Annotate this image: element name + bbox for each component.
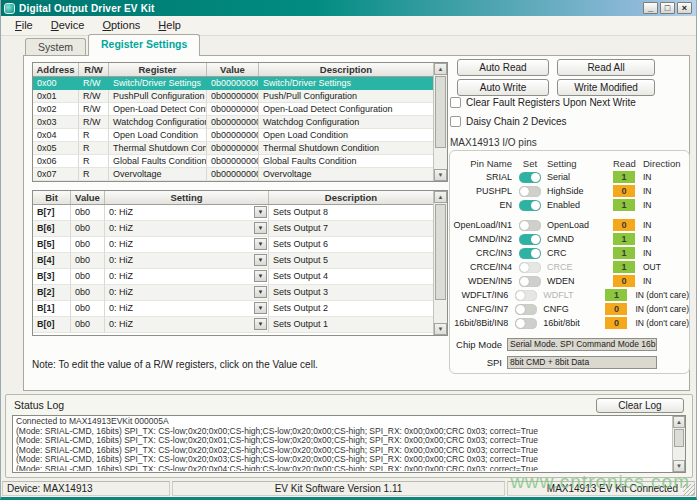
bit-setting-combobox[interactable]: 0: HiZ	[105, 301, 269, 317]
register-row[interactable]: 0x00R/WSwitch/Driver Settings0b00000000S…	[33, 77, 433, 90]
bit-setting-combobox[interactable]: 0: HiZ	[105, 205, 269, 221]
menu-file[interactable]: File	[7, 18, 43, 33]
register-cell-address[interactable]: 0x03	[33, 116, 79, 129]
auto-read-button[interactable]: Auto Read	[457, 59, 549, 76]
register-cell-register[interactable]: Open Load Condition	[109, 129, 207, 142]
pin-toggle-switch[interactable]	[515, 304, 537, 315]
register-cell-register[interactable]: PushPull Configuration	[109, 90, 207, 103]
register-cell-register[interactable]: Watchdog Configuration	[109, 116, 207, 129]
register-cell-value[interactable]: 0b00000000	[207, 116, 259, 129]
bit-setting-combobox[interactable]: 0: HiZ	[105, 237, 269, 253]
scroll-thumb[interactable]	[435, 76, 446, 148]
scroll-down-icon[interactable]	[434, 323, 447, 335]
register-cell-description[interactable]: Push/Pull Configuration	[259, 90, 433, 103]
register-row[interactable]: 0x06RGlobal Faults Condition0b00000000Gl…	[33, 155, 433, 168]
clear-fault-checkbox[interactable]	[450, 97, 461, 108]
register-cell-rw[interactable]: R	[79, 142, 109, 155]
register-cell-register[interactable]: Switch/Driver Settings	[109, 77, 207, 90]
bit-setting-combobox[interactable]: 0: HiZ	[105, 285, 269, 301]
register-cell-description[interactable]: Watchdog Configuration	[259, 116, 433, 129]
register-cell-address[interactable]: 0x02	[33, 103, 79, 116]
bit-setting-combobox[interactable]: 0: HiZ	[105, 253, 269, 269]
auto-write-button[interactable]: Auto Write	[457, 79, 549, 96]
register-cell-value[interactable]: 0b00000000	[207, 129, 259, 142]
pin-toggle-switch[interactable]	[519, 234, 541, 245]
pin-toggle-switch[interactable]	[519, 276, 541, 287]
close-icon[interactable]: ×	[677, 2, 692, 14]
register-row[interactable]: 0x02R/WOpen-Load Detect Confi...0b000000…	[33, 103, 433, 116]
menu-options[interactable]: Options	[94, 18, 150, 33]
write-modified-button[interactable]: Write Modified	[557, 79, 655, 96]
register-cell-register[interactable]: Open-Load Detect Confi...	[109, 103, 207, 116]
tab-register-settings[interactable]: Register Settings	[88, 34, 200, 56]
register-cell-description[interactable]: Global Faults Condition	[259, 155, 433, 168]
register-cell-address[interactable]: 0x05	[33, 142, 79, 155]
maximize-icon[interactable]: □	[660, 2, 675, 14]
register-cell-register[interactable]: Global Faults Condition	[109, 155, 207, 168]
register-cell-rw[interactable]: R	[79, 168, 109, 181]
dropdown-arrow-icon[interactable]	[254, 318, 267, 330]
register-cell-rw[interactable]: R/W	[79, 103, 109, 116]
register-cell-address[interactable]: 0x04	[33, 129, 79, 142]
register-row[interactable]: 0x05RThermal Shutdown Con...0b00000000Th…	[33, 142, 433, 155]
scroll-down-icon[interactable]	[673, 460, 685, 472]
dropdown-arrow-icon[interactable]	[254, 238, 267, 250]
dropdown-arrow-icon[interactable]	[254, 206, 267, 218]
register-cell-address[interactable]: 0x00	[33, 77, 79, 90]
register-cell-value[interactable]: 0b00000000	[207, 90, 259, 103]
dropdown-arrow-icon[interactable]	[254, 286, 267, 298]
read-all-button[interactable]: Read All	[557, 59, 655, 76]
menu-help[interactable]: Help	[150, 18, 191, 33]
pin-toggle-switch[interactable]	[519, 186, 541, 197]
register-cell-value[interactable]: 0b00000000	[207, 168, 259, 181]
register-row[interactable]: 0x04ROpen Load Condition0b00000000Open L…	[33, 129, 433, 142]
minimize-icon[interactable]: _	[643, 2, 658, 14]
scroll-thumb[interactable]	[674, 429, 684, 447]
dropdown-arrow-icon[interactable]	[254, 302, 267, 314]
register-row[interactable]: 0x01R/WPushPull Configuration0b00000000P…	[33, 90, 433, 103]
register-cell-rw[interactable]: R/W	[79, 116, 109, 129]
register-row[interactable]: 0x03R/WWatchdog Configuration0b00000000W…	[33, 116, 433, 129]
scroll-down-icon[interactable]	[434, 169, 447, 181]
register-cell-description[interactable]: Thermal Shutdown Condition	[259, 142, 433, 155]
scroll-up-icon[interactable]	[434, 191, 447, 203]
register-cell-address[interactable]: 0x01	[33, 90, 79, 103]
register-cell-value[interactable]: 0b00000000	[207, 155, 259, 168]
register-cell-value[interactable]: 0b00000000	[207, 103, 259, 116]
register-cell-register[interactable]: Overvoltage	[109, 168, 207, 181]
register-cell-rw[interactable]: R	[79, 129, 109, 142]
pin-toggle-switch[interactable]	[519, 172, 541, 183]
bit-setting-combobox[interactable]: 0: HiZ	[105, 269, 269, 285]
tab-system[interactable]: System	[25, 38, 86, 56]
daisy-chain-checkbox[interactable]	[450, 116, 461, 127]
register-cell-description[interactable]: Open-Load Detect Configuration	[259, 103, 433, 116]
register-cell-description[interactable]: Overvoltage	[259, 168, 433, 181]
register-cell-value[interactable]: 0b00000000	[207, 142, 259, 155]
dropdown-arrow-icon[interactable]	[254, 254, 267, 266]
register-cell-value[interactable]: 0b00000000	[207, 77, 259, 90]
dropdown-arrow-icon[interactable]	[254, 222, 267, 234]
resize-grip-icon[interactable]	[683, 484, 695, 496]
register-cell-description[interactable]: Switch/Driver Settings	[259, 77, 433, 90]
status-log-scrollbar[interactable]	[672, 416, 685, 472]
scroll-up-icon[interactable]	[434, 63, 447, 75]
bit-setting-combobox[interactable]: 0: HiZ	[105, 317, 269, 333]
register-cell-register[interactable]: Thermal Shutdown Con...	[109, 142, 207, 155]
register-cell-rw[interactable]: R/W	[79, 77, 109, 90]
register-cell-address[interactable]: 0x07	[33, 168, 79, 181]
pin-toggle-switch[interactable]	[519, 200, 541, 211]
clear-log-button[interactable]: Clear Log	[596, 398, 684, 413]
menu-device[interactable]: Device	[43, 18, 95, 33]
register-cell-rw[interactable]: R/W	[79, 90, 109, 103]
pin-toggle-switch[interactable]	[519, 248, 541, 259]
pin-toggle-switch[interactable]	[519, 220, 541, 231]
register-row[interactable]: 0x07ROvervoltage0b00000000Overvoltage	[33, 168, 433, 181]
register-cell-description[interactable]: Open Load Condition	[259, 129, 433, 142]
scroll-up-icon[interactable]	[673, 416, 685, 428]
register-cell-address[interactable]: 0x06	[33, 155, 79, 168]
register-table-scrollbar[interactable]	[433, 63, 447, 181]
pin-toggle-switch[interactable]	[515, 318, 537, 329]
bit-table-scrollbar[interactable]	[433, 191, 447, 335]
scroll-thumb[interactable]	[435, 204, 446, 300]
dropdown-arrow-icon[interactable]	[254, 270, 267, 282]
